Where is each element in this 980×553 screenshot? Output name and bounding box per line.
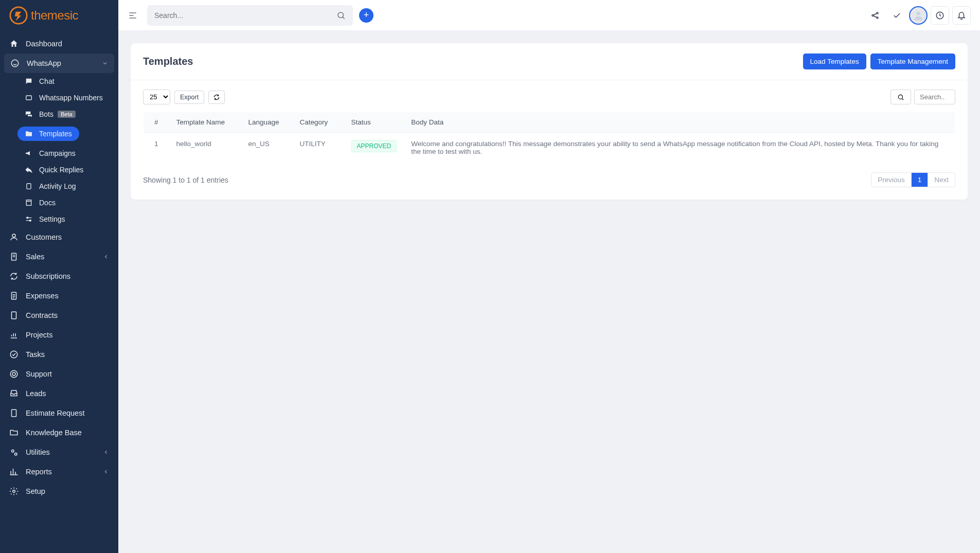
table-search-input[interactable] xyxy=(914,90,955,104)
sidebar-item-expenses[interactable]: Expenses xyxy=(0,286,118,306)
sidebar-sub-numbers[interactable]: Whatsapp Numbers xyxy=(0,90,118,106)
col-lang[interactable]: Language xyxy=(241,112,293,133)
sidebar-item-tasks[interactable]: Tasks xyxy=(0,345,118,364)
template-management-button[interactable]: Template Management xyxy=(870,53,955,69)
check-button[interactable] xyxy=(887,6,906,25)
sidebar-item-kb[interactable]: Knowledge Base xyxy=(0,423,118,442)
sidebar-sub-campaigns[interactable]: Campaigns xyxy=(0,145,118,162)
global-search[interactable] xyxy=(147,5,353,26)
cell-status: APPROVED xyxy=(344,133,404,163)
file-lines-icon xyxy=(9,291,19,300)
svg-point-17 xyxy=(13,490,15,493)
table-toolbar: 25 Export xyxy=(131,80,968,112)
sidebar-item-sales[interactable]: Sales xyxy=(0,247,118,266)
plus-icon: + xyxy=(364,10,369,21)
prev-page[interactable]: Previous xyxy=(871,173,912,187)
col-cat[interactable]: Category xyxy=(293,112,344,133)
sub-label: Templates xyxy=(39,130,72,138)
file-doc-icon xyxy=(9,408,19,418)
sidebar-sub-activitylog[interactable]: Activity Log xyxy=(0,178,118,194)
export-button[interactable]: Export xyxy=(174,91,204,104)
chevron-left-icon xyxy=(103,254,109,260)
sidebar-item-dashboard[interactable]: Dashboard xyxy=(0,34,118,53)
table-search-button[interactable] xyxy=(890,90,911,104)
gear-icon xyxy=(9,487,19,496)
showing-text: Showing 1 to 1 of 1 entries xyxy=(143,176,228,184)
comments-icon xyxy=(25,110,33,118)
chevron-left-icon xyxy=(103,469,109,475)
header-actions: Load Templates Template Management xyxy=(803,53,955,69)
clock-button[interactable] xyxy=(931,6,949,25)
user-icon xyxy=(9,233,19,242)
reply-icon xyxy=(25,166,33,174)
cell-name: hello_world xyxy=(169,133,241,163)
card-icon xyxy=(25,94,33,102)
table-header-row: # Template Name Language Category Status… xyxy=(144,112,955,133)
svg-point-5 xyxy=(27,217,28,219)
sidebar-item-estimate[interactable]: Estimate Request xyxy=(0,403,118,423)
sidebar-item-whatsapp[interactable]: WhatsApp xyxy=(4,53,114,73)
sidebar-item-subscriptions[interactable]: Subscriptions xyxy=(0,266,118,286)
sidebar-item-projects[interactable]: Projects xyxy=(0,325,118,345)
sidebar-item-reports[interactable]: Reports xyxy=(0,462,118,481)
page-size-select[interactable]: 25 xyxy=(143,90,170,104)
refresh-button[interactable] xyxy=(208,91,225,104)
load-templates-button[interactable]: Load Templates xyxy=(803,53,866,69)
status-badge: APPROVED xyxy=(351,140,397,152)
nav-label: Customers xyxy=(26,233,62,241)
col-name[interactable]: Template Name xyxy=(169,112,241,133)
svg-rect-4 xyxy=(26,200,31,206)
sidebar-item-customers[interactable]: Customers xyxy=(0,227,118,247)
sidebar: themesic Dashboard WhatsApp Chat Whatsap… xyxy=(0,0,118,553)
templates-card: Templates Load Templates Template Manage… xyxy=(131,43,968,200)
sidebar-sub-templates[interactable]: Templates xyxy=(0,122,118,145)
sidebar-item-setup[interactable]: Setup xyxy=(0,481,118,501)
share-button[interactable] xyxy=(866,6,884,25)
sidebar-nav: Dashboard WhatsApp Chat Whatsapp Numbers… xyxy=(0,31,118,504)
sidebar-item-leads[interactable]: Leads xyxy=(0,384,118,403)
col-num[interactable]: # xyxy=(144,112,169,133)
nav-label: Knowledge Base xyxy=(26,429,82,437)
share-icon xyxy=(870,11,880,20)
table-row[interactable]: 1 hello_world en_US UTILITY APPROVED Wel… xyxy=(144,133,955,163)
sidebar-sub-bots[interactable]: Bots Beta xyxy=(0,106,118,122)
check-circle-icon xyxy=(9,350,19,359)
col-status[interactable]: Status xyxy=(344,112,404,133)
whatsapp-icon xyxy=(10,59,20,68)
avatar-icon xyxy=(913,10,924,21)
sidebar-item-utilities[interactable]: Utilities xyxy=(0,442,118,462)
sub-label: Whatsapp Numbers xyxy=(39,94,103,102)
sidebar-sub-docs[interactable]: Docs xyxy=(0,194,118,211)
nav-label: Support xyxy=(26,370,52,378)
pagination-row: Showing 1 to 1 of 1 entries Previous 1 N… xyxy=(131,163,968,200)
svg-point-13 xyxy=(12,372,15,376)
brand-icon xyxy=(9,6,28,25)
nav-label: Estimate Request xyxy=(26,409,84,417)
menu-toggle-icon[interactable] xyxy=(128,10,138,21)
sidebar-sub-quickreplies[interactable]: Quick Replies xyxy=(0,162,118,178)
sidebar-sub-settings[interactable]: Settings xyxy=(0,211,118,227)
notifications-button[interactable] xyxy=(952,6,971,25)
sub-label: Docs xyxy=(39,199,56,207)
page-1[interactable]: 1 xyxy=(912,173,929,187)
nav-label: Dashboard xyxy=(26,40,62,48)
add-button[interactable]: + xyxy=(359,8,373,23)
nav-label: Subscriptions xyxy=(26,272,70,280)
col-body[interactable]: Body Data xyxy=(404,112,955,133)
sidebar-item-contracts[interactable]: Contracts xyxy=(0,306,118,325)
nav-label: Tasks xyxy=(26,350,45,359)
search-input[interactable] xyxy=(154,11,336,20)
nav-label: Reports xyxy=(26,468,52,476)
nav-label: Sales xyxy=(26,253,44,261)
sidebar-sub-chat[interactable]: Chat xyxy=(0,73,118,90)
svg-point-1 xyxy=(11,60,19,67)
clipboard-icon xyxy=(25,182,33,190)
sub-label: Quick Replies xyxy=(39,166,83,174)
brand-logo[interactable]: themesic xyxy=(0,0,118,31)
nav-label: Contracts xyxy=(26,311,58,319)
life-ring-icon xyxy=(9,369,19,379)
home-icon xyxy=(9,39,19,48)
user-avatar[interactable] xyxy=(909,6,928,25)
next-page[interactable]: Next xyxy=(928,173,955,187)
sidebar-item-support[interactable]: Support xyxy=(0,364,118,384)
